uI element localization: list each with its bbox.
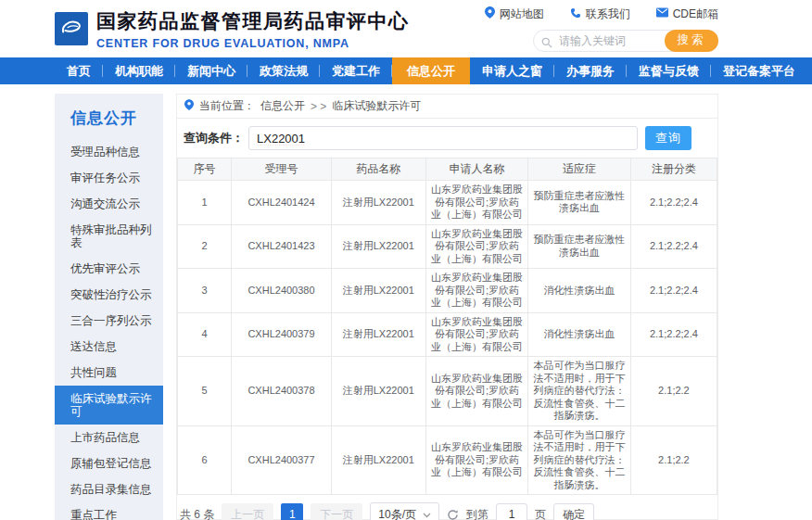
refresh-icon[interactable] <box>447 509 459 520</box>
cell-applicant: 山东罗欣药业集团股份有限公司;罗欣药业（上海）有限公司 <box>425 425 528 495</box>
table-header-cell: 药品名称 <box>331 159 425 181</box>
table-row: 4 CXHL2400379 注射用LX22001 山东罗欣药业集团股份有限公司;… <box>178 312 717 357</box>
table-row: 2 CXHL2401423 注射用LX22001 山东罗欣药业集团股份有限公司;… <box>178 224 717 269</box>
breadcrumb-label: 当前位置： <box>199 98 255 114</box>
pagination: 共 6 条 上一页 1 下一页 10条/页 到第 页 确定 <box>177 495 717 520</box>
cell-indication: 预防重症患者应激性溃疡出血 <box>528 181 631 225</box>
table-header-cell: 注册分类 <box>630 159 717 181</box>
pager-goto-label: 到第 <box>466 507 488 520</box>
results-table: 序号受理号药品名称申请人名称适应症注册分类 1 CXHL2401424 注射用L… <box>177 158 717 495</box>
nav-item[interactable]: 信息公开 <box>392 57 470 84</box>
chevron-down-icon <box>423 508 431 520</box>
cell-drug-name: 注射用LX22001 <box>331 224 425 269</box>
table-header-cell: 受理号 <box>232 159 332 181</box>
site-search: 搜索 <box>533 30 718 52</box>
breadcrumb-current: 临床试验默示许可 <box>332 98 421 114</box>
cell-indication: 本品可作为当口服疗法不适用时，用于下列病症的替代疗法：反流性食管炎、十二指肠溃疡… <box>528 357 631 426</box>
sidebar-item[interactable]: 共性问题 <box>55 360 163 386</box>
breadcrumb-separator: > > <box>311 100 326 113</box>
cell-drug-name: 注射用LX22001 <box>331 269 425 313</box>
page: 国家药品监督管理局药品审评中心 CENTER FOR DRUG EVALUATI… <box>0 0 812 520</box>
pager-confirm-button[interactable]: 确定 <box>553 503 594 520</box>
sidebar-item[interactable]: 受理品种信息 <box>55 139 163 165</box>
cell-applicant: 山东罗欣药业集团股份有限公司;罗欣药业（上海）有限公司 <box>425 312 528 357</box>
link-sitemap[interactable]: 网站地图 <box>485 6 544 22</box>
cell-indication: 预防重症患者应激性溃疡出血 <box>528 224 631 269</box>
cell-applicant: 山东罗欣药业集团股份有限公司;罗欣药业（上海）有限公司 <box>425 224 528 269</box>
sidebar-item[interactable]: 原辅包登记信息 <box>55 450 163 476</box>
sidebar-item[interactable]: 重点工作 <box>55 502 163 520</box>
cell-index: 6 <box>178 425 232 495</box>
main-nav: 首页机构职能新闻中心政策法规党建工作信息公开申请人之窗办事服务监督与反馈登记备案… <box>0 57 812 84</box>
cell-indication: 本品可作为当口服疗法不适用时，用于下列病症的替代疗法：反流性食管炎、十二指肠溃疡… <box>528 425 631 495</box>
cell-drug-name: 注射用LX22001 <box>331 357 425 426</box>
cell-index: 3 <box>178 269 232 313</box>
pager-prev-button[interactable]: 上一页 <box>222 503 273 520</box>
breadcrumb-section[interactable]: 信息公开 <box>260 98 305 114</box>
nav-item[interactable]: 首页 <box>55 57 103 84</box>
nav-item[interactable]: 办事服务 <box>554 57 627 84</box>
sidebar-item[interactable]: 审评任务公示 <box>55 165 163 191</box>
query-input[interactable] <box>248 126 638 150</box>
table-header-cell: 申请人名称 <box>425 159 528 181</box>
cell-indication: 消化性溃疡出血 <box>528 312 631 357</box>
cell-drug-name: 注射用LX22001 <box>331 312 425 357</box>
pager-next-button[interactable]: 下一页 <box>311 503 362 520</box>
cell-registration-class: 2.1;2.2;2.4 <box>630 269 717 313</box>
search-icon <box>541 35 552 52</box>
quick-links: 网站地图 联系我们 CDE邮箱 <box>485 6 718 22</box>
pager-goto-input[interactable] <box>496 503 527 520</box>
cell-acceptance-no: CXHL2400378 <box>232 357 332 426</box>
cell-index: 4 <box>178 312 232 357</box>
sidebar-item[interactable]: 三合一序列公示 <box>55 308 163 334</box>
search-button[interactable]: 搜索 <box>665 30 718 52</box>
cell-indication: 消化性溃疡出血 <box>528 269 631 313</box>
table-header-cell: 适应症 <box>528 159 631 181</box>
main-panel: 当前位置： 信息公开 > > 临床试验默示许可 查询条件： 查询 序号受理号药品… <box>176 94 718 520</box>
cell-applicant: 山东罗欣药业集团股份有限公司;罗欣药业（上海）有限公司 <box>425 357 528 426</box>
cell-acceptance-no: CXHL2401424 <box>232 181 332 225</box>
table-row: 3 CXHL2400380 注射用LX22001 山东罗欣药业集团股份有限公司;… <box>178 269 717 313</box>
table-row: 5 CXHL2400378 注射用LX22001 山东罗欣药业集团股份有限公司;… <box>178 357 717 426</box>
pager-goto-unit: 页 <box>535 507 546 520</box>
sidebar-item[interactable]: 特殊审批品种列表 <box>55 217 163 256</box>
pager-page-1[interactable]: 1 <box>281 503 303 520</box>
phone-icon <box>570 7 581 21</box>
sidebar: 信息公开 受理品种信息审评任务公示沟通交流公示特殊审批品种列表优先审评公示突破性… <box>55 94 163 520</box>
query-bar: 查询条件： 查询 <box>177 119 717 158</box>
sidebar-item[interactable]: 突破性治疗公示 <box>55 282 163 308</box>
link-contact-us[interactable]: 联系我们 <box>570 6 630 22</box>
brand: 国家药品监督管理局药品审评中心 CENTER FOR DRUG EVALUATI… <box>55 8 410 50</box>
table-row: 1 CXHL2401424 注射用LX22001 山东罗欣药业集团股份有限公司;… <box>178 181 717 225</box>
location-pin-icon <box>184 99 194 113</box>
sidebar-item[interactable]: 药品目录集信息 <box>55 476 163 502</box>
query-button[interactable]: 查询 <box>645 126 691 150</box>
sidebar-item[interactable]: 优先审评公示 <box>55 256 163 282</box>
link-cde-mail[interactable]: CDE邮箱 <box>656 6 718 22</box>
cell-drug-name: 注射用LX22001 <box>331 181 425 225</box>
nav-item[interactable]: 登记备案平台 <box>711 57 807 84</box>
nav-item[interactable]: 党建工作 <box>320 57 392 84</box>
cell-acceptance-no: CXHL2400380 <box>232 269 332 313</box>
query-label: 查询条件： <box>184 130 244 146</box>
cell-drug-name: 注射用LX22001 <box>331 425 425 495</box>
nav-item[interactable]: 政策法规 <box>247 57 320 84</box>
table-row: 6 CXHL2400377 注射用LX22001 山东罗欣药业集团股份有限公司;… <box>178 425 717 495</box>
sidebar-item[interactable]: 沟通交流公示 <box>55 191 163 217</box>
nav-item[interactable]: 申请人之窗 <box>470 57 554 84</box>
site-header: 国家药品监督管理局药品审评中心 CENTER FOR DRUG EVALUATI… <box>0 0 812 57</box>
cell-applicant: 山东罗欣药业集团股份有限公司;罗欣药业（上海）有限公司 <box>425 181 528 225</box>
nav-item[interactable]: 新闻中心 <box>175 57 247 84</box>
nav-item[interactable]: 监督与反馈 <box>627 57 711 84</box>
sidebar-item[interactable]: 临床试验默示许可 <box>55 386 163 425</box>
table-header-row: 序号受理号药品名称申请人名称适应症注册分类 <box>178 159 717 181</box>
cell-index: 1 <box>178 181 232 225</box>
sidebar-item[interactable]: 上市药品信息 <box>55 425 163 450</box>
location-pin-icon <box>485 6 495 21</box>
page-size-select[interactable]: 10条/页 <box>370 502 439 520</box>
cell-registration-class: 2.1;2.2;2.4 <box>630 312 717 357</box>
sidebar-item[interactable]: 送达信息 <box>55 334 163 360</box>
pager-total: 共 6 条 <box>180 507 214 520</box>
nav-item[interactable]: 机构职能 <box>103 57 175 84</box>
cell-acceptance-no: CXHL2400377 <box>232 425 332 495</box>
